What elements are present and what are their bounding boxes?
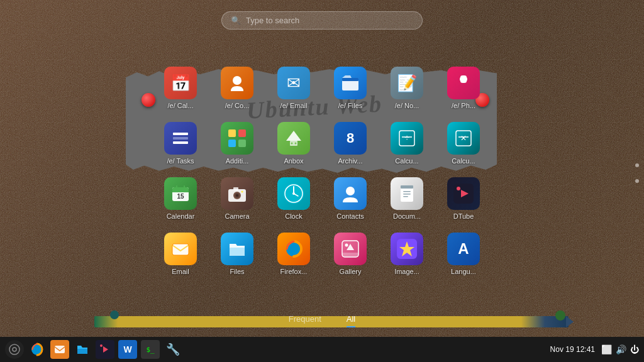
svg-point-30 [236,194,238,197]
app-icon-imagemagick [391,233,423,265]
svg-text:15: 15 [177,193,184,200]
taskbar-icon-files[interactable] [73,340,92,359]
svg-point-32 [242,191,243,193]
svg-rect-42 [403,194,411,195]
svg-point-14 [295,143,297,145]
app-icon-email [164,233,197,265]
app-icon-clock [277,177,310,210]
app-icon-calc2: ✕ [447,122,480,155]
svg-rect-49 [230,248,245,256]
app-label-tasks: /e/ Tasks [158,157,203,165]
app-e-calendar[interactable]: 📅 /e/ Cal... [155,63,206,113]
app-calc1[interactable]: ÷ Calcu... [382,118,432,168]
svg-point-46 [457,187,460,190]
app-label-dtube: DTube [441,212,486,220]
app-e-contacts[interactable]: /e/ Co... [212,63,262,113]
tab-frequent[interactable]: Frequent [289,314,321,327]
svg-rect-62 [77,349,87,354]
app-icon-calc1: ÷ [391,122,423,155]
svg-marker-63 [103,346,108,353]
app-icon-files [221,233,253,265]
app-label-e-phone: /e/ Ph... [441,102,486,109]
svg-point-64 [100,344,103,347]
app-label-imagemagick: Image... [384,268,430,275]
apps-row-3: 15 Calendar [119,173,525,224]
taskbar-icon-word[interactable]: W [118,340,137,359]
datetime-display: Nov 19 12:41 [550,345,595,354]
app-e-email[interactable]: ✉ /e/ Email [269,63,319,113]
app-label-camera: Camera [214,212,260,220]
app-icon-gallery [334,233,367,265]
app-label-e-files: /e/ Files [328,102,373,109]
app-label-addons: Additi... [214,157,260,165]
app-e-notes[interactable]: 📝 /e/ No... [382,63,432,113]
app-icon-contacts [334,177,367,210]
svg-rect-5 [173,133,188,135]
app-label-contacts: Contacts [328,212,373,220]
svg-rect-47 [172,244,189,255]
svg-text:÷: ÷ [404,133,409,143]
app-label-gallery: Gallery [328,268,373,275]
desktop: 🔍 Ubuntu Web 📅 /e/ Cal... /e/ Co... ✉ /e… [0,0,644,362]
search-bar[interactable]: 🔍 [221,11,423,30]
svg-rect-23 [172,190,189,192]
app-dtube[interactable]: DTube [438,173,489,224]
app-email[interactable]: Email [155,229,206,279]
svg-rect-40 [401,185,413,189]
app-label-calc1: Calcu... [384,157,430,165]
app-calc2[interactable]: ✕ Calcu... [438,118,489,168]
svg-rect-7 [173,141,188,144]
app-clock[interactable]: Clock [269,173,319,224]
apps-container: 📅 /e/ Cal... /e/ Co... ✉ /e/ Email /e/ F… [0,63,644,284]
app-label-calendar: Calendar [158,212,203,220]
app-camera[interactable]: Camera [212,173,262,224]
app-anbox[interactable]: Anbox [269,118,319,168]
taskbar-right: Nov 19 12:41 ⬜ 🔊 ⏻ [550,344,639,354]
app-icon-archive: 8 [334,122,367,155]
app-imagemagick[interactable]: Image... [382,229,432,279]
app-calendar[interactable]: 15 Calendar [155,173,206,224]
app-tasks[interactable]: /e/ Tasks [155,118,206,168]
taskbar-icon-firefox[interactable] [28,340,47,359]
app-firefox[interactable]: Firefox... [269,229,319,279]
search-input[interactable] [246,16,413,25]
app-label-clock: Clock [271,212,316,220]
taskbar-icon-volume[interactable]: 🔊 [616,344,626,354]
app-label-firefox: Firefox... [271,268,316,275]
svg-rect-6 [173,137,188,140]
app-label-calc2: Calcu... [441,157,486,165]
app-contacts[interactable]: Contacts [325,173,375,224]
app-language[interactable]: A Langu... [438,229,489,279]
app-gallery[interactable]: Gallery [325,229,375,279]
app-icon-firefox [277,233,310,265]
app-label-files: Files [214,268,260,275]
svg-rect-4 [460,75,467,83]
tab-all[interactable]: All [347,314,355,327]
app-label-anbox: Anbox [271,157,316,165]
app-label-e-contacts: /e/ Co... [214,102,260,109]
svg-rect-31 [233,187,238,190]
app-label-email: Email [158,268,203,275]
app-icon-documents [391,177,423,210]
taskbar-icon-windows[interactable]: ⬜ [601,344,612,354]
app-archive[interactable]: 8 Archiv... [325,118,375,168]
svg-rect-2 [342,78,358,81]
taskbar-icon-email[interactable] [50,340,69,359]
svg-rect-61 [55,346,65,353]
app-icon-e-email: ✉ [277,67,310,99]
apps-row-1: 📅 /e/ Cal... /e/ Co... ✉ /e/ Email /e/ F… [119,63,525,113]
app-e-files[interactable]: /e/ Files [325,63,375,113]
app-icon-e-phone [447,67,480,99]
svg-rect-11 [238,140,246,147]
app-files[interactable]: Files [212,229,262,279]
app-label-language: Langu... [441,268,486,275]
app-documents[interactable]: Docum... [382,173,432,224]
app-addons[interactable]: Additi... [212,118,262,168]
taskbar-icon-power[interactable]: ⏻ [630,344,639,354]
taskbar-icon-tools[interactable]: 🔧 [164,340,182,359]
app-e-phone[interactable]: /e/ Ph... [438,63,489,113]
taskbar-icon-eelo[interactable] [5,340,24,359]
taskbar-icon-dtube[interactable] [96,340,114,359]
taskbar-icon-terminal[interactable]: $_ [141,340,160,359]
app-icon-camera [221,177,253,210]
